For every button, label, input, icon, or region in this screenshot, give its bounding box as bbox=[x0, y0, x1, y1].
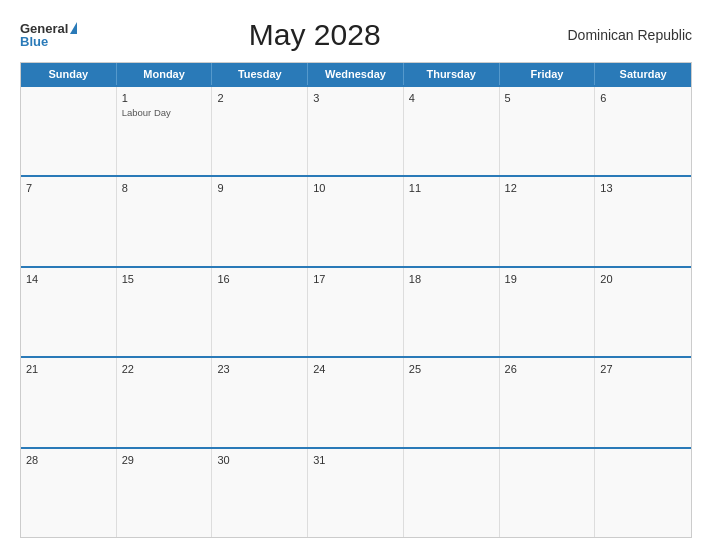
day-number: 18 bbox=[409, 272, 494, 287]
day-cell: 10 bbox=[308, 177, 404, 265]
calendar-page: General Blue May 2028 Dominican Republic… bbox=[0, 0, 712, 550]
day-cell: 21 bbox=[21, 358, 117, 446]
day-cell: 9 bbox=[212, 177, 308, 265]
month-title: May 2028 bbox=[77, 18, 552, 52]
day-cell bbox=[21, 87, 117, 175]
day-number: 14 bbox=[26, 272, 111, 287]
day-header-monday: Monday bbox=[117, 63, 213, 85]
day-cell bbox=[404, 449, 500, 537]
day-number: 2 bbox=[217, 91, 302, 106]
day-cell: 5 bbox=[500, 87, 596, 175]
day-number: 6 bbox=[600, 91, 686, 106]
day-cell: 31 bbox=[308, 449, 404, 537]
day-header-tuesday: Tuesday bbox=[212, 63, 308, 85]
day-cell bbox=[595, 449, 691, 537]
day-number: 1 bbox=[122, 91, 207, 106]
day-number: 15 bbox=[122, 272, 207, 287]
week-row-1: 1Labour Day23456 bbox=[21, 85, 691, 175]
day-number: 30 bbox=[217, 453, 302, 468]
week-row-2: 78910111213 bbox=[21, 175, 691, 265]
day-cell: 4 bbox=[404, 87, 500, 175]
logo-text-group: General Blue bbox=[20, 22, 77, 48]
day-header-friday: Friday bbox=[500, 63, 596, 85]
day-cell: 20 bbox=[595, 268, 691, 356]
day-cell: 24 bbox=[308, 358, 404, 446]
day-number: 17 bbox=[313, 272, 398, 287]
day-number: 5 bbox=[505, 91, 590, 106]
day-headers-row: SundayMondayTuesdayWednesdayThursdayFrid… bbox=[21, 63, 691, 85]
day-cell: 15 bbox=[117, 268, 213, 356]
day-cell: 16 bbox=[212, 268, 308, 356]
day-cell: 1Labour Day bbox=[117, 87, 213, 175]
day-number: 9 bbox=[217, 181, 302, 196]
logo-triangle-icon bbox=[70, 22, 77, 34]
logo: General Blue bbox=[20, 22, 77, 48]
day-cell: 7 bbox=[21, 177, 117, 265]
day-number: 19 bbox=[505, 272, 590, 287]
day-cell: 22 bbox=[117, 358, 213, 446]
week-row-4: 21222324252627 bbox=[21, 356, 691, 446]
day-cell: 27 bbox=[595, 358, 691, 446]
day-number: 12 bbox=[505, 181, 590, 196]
day-cell: 18 bbox=[404, 268, 500, 356]
day-number: 7 bbox=[26, 181, 111, 196]
day-number: 23 bbox=[217, 362, 302, 377]
day-cell: 3 bbox=[308, 87, 404, 175]
day-number: 25 bbox=[409, 362, 494, 377]
day-cell: 29 bbox=[117, 449, 213, 537]
day-number: 8 bbox=[122, 181, 207, 196]
day-number: 4 bbox=[409, 91, 494, 106]
country-label: Dominican Republic bbox=[552, 27, 692, 43]
calendar-grid: SundayMondayTuesdayWednesdayThursdayFrid… bbox=[20, 62, 692, 538]
day-cell: 28 bbox=[21, 449, 117, 537]
day-cell: 11 bbox=[404, 177, 500, 265]
day-cell: 14 bbox=[21, 268, 117, 356]
day-number: 28 bbox=[26, 453, 111, 468]
day-number: 24 bbox=[313, 362, 398, 377]
day-cell: 13 bbox=[595, 177, 691, 265]
day-cell: 30 bbox=[212, 449, 308, 537]
day-header-saturday: Saturday bbox=[595, 63, 691, 85]
day-header-wednesday: Wednesday bbox=[308, 63, 404, 85]
day-number: 29 bbox=[122, 453, 207, 468]
day-number: 21 bbox=[26, 362, 111, 377]
day-number: 10 bbox=[313, 181, 398, 196]
week-row-5: 28293031 bbox=[21, 447, 691, 537]
day-cell: 26 bbox=[500, 358, 596, 446]
day-cell: 6 bbox=[595, 87, 691, 175]
day-header-sunday: Sunday bbox=[21, 63, 117, 85]
day-number: 20 bbox=[600, 272, 686, 287]
week-row-3: 14151617181920 bbox=[21, 266, 691, 356]
day-cell: 12 bbox=[500, 177, 596, 265]
day-header-thursday: Thursday bbox=[404, 63, 500, 85]
weeks-container: 1Labour Day23456789101112131415161718192… bbox=[21, 85, 691, 537]
day-number: 27 bbox=[600, 362, 686, 377]
day-number: 26 bbox=[505, 362, 590, 377]
day-number: 31 bbox=[313, 453, 398, 468]
day-cell: 8 bbox=[117, 177, 213, 265]
day-cell: 17 bbox=[308, 268, 404, 356]
day-cell: 23 bbox=[212, 358, 308, 446]
day-number: 11 bbox=[409, 181, 494, 196]
day-number: 13 bbox=[600, 181, 686, 196]
day-number: 22 bbox=[122, 362, 207, 377]
day-number: 16 bbox=[217, 272, 302, 287]
day-event: Labour Day bbox=[122, 107, 207, 119]
day-cell: 25 bbox=[404, 358, 500, 446]
day-cell bbox=[500, 449, 596, 537]
header: General Blue May 2028 Dominican Republic bbox=[20, 18, 692, 52]
day-number: 3 bbox=[313, 91, 398, 106]
day-cell: 2 bbox=[212, 87, 308, 175]
day-cell: 19 bbox=[500, 268, 596, 356]
logo-blue-text: Blue bbox=[20, 35, 48, 48]
